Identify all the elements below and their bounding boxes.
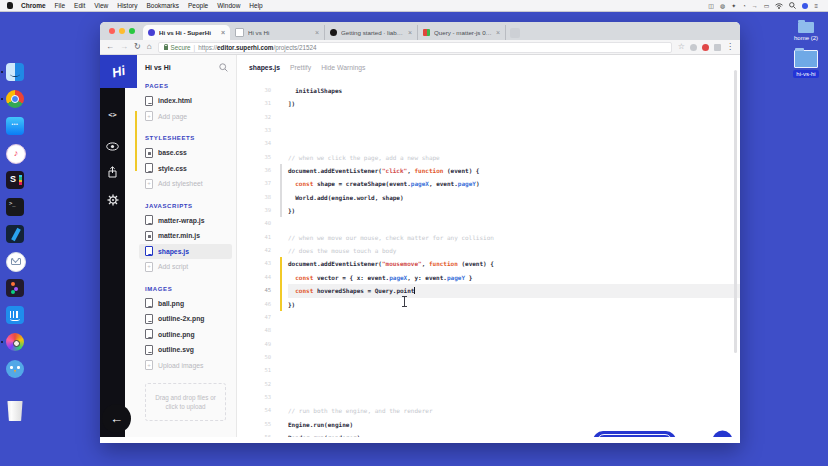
- browser-tab-hi-vs-hi[interactable]: Hi vs Hi×: [230, 25, 325, 40]
- forward-icon[interactable]: →: [120, 42, 128, 52]
- browser-tab-query-matter-js-0-14-2-phy[interactable]: Query - matter-js 0.14.2 Phy…×: [418, 25, 506, 40]
- new-tab-button[interactable]: [510, 28, 520, 38]
- list-icon[interactable]: ≡: [814, 3, 818, 9]
- code-text[interactable]: // does the mouse touch a body: [288, 244, 740, 257]
- code-text[interactable]: [288, 124, 740, 137]
- vscode-icon[interactable]: [6, 225, 24, 243]
- menu-view[interactable]: View: [94, 2, 108, 9]
- trash-icon[interactable]: [6, 401, 24, 419]
- menu-help[interactable]: Help: [249, 2, 262, 9]
- monitor-icon[interactable]: ▭: [764, 3, 770, 9]
- figma-icon[interactable]: [6, 279, 24, 297]
- movie-icon[interactable]: [6, 333, 24, 351]
- code-text[interactable]: document.addEventListener("mousemove", f…: [288, 257, 740, 270]
- menu-people[interactable]: People: [188, 2, 208, 9]
- apple-menu-icon[interactable]: [7, 2, 13, 9]
- code-text[interactable]: [288, 311, 740, 324]
- home-icon[interactable]: ⌂: [147, 42, 152, 52]
- sidebar-item-outline-2x-png[interactable]: outline-2x.png: [145, 311, 236, 327]
- itunes-icon[interactable]: [6, 144, 24, 162]
- display-icon[interactable]: ◫: [708, 3, 714, 9]
- sidebar-item-outline-png[interactable]: outline.png: [145, 327, 236, 343]
- mail-icon[interactable]: [6, 252, 24, 270]
- intercom-icon[interactable]: [6, 306, 24, 324]
- clock-icon[interactable]: ◔: [742, 3, 746, 9]
- messages-icon[interactable]: [6, 117, 24, 135]
- menu-window[interactable]: Window: [217, 2, 240, 9]
- menu-edit[interactable]: Edit: [74, 2, 85, 9]
- menu-chrome[interactable]: Chrome: [21, 2, 46, 9]
- code-text[interactable]: document.addEventListener("click", funct…: [288, 164, 740, 177]
- slack-icon[interactable]: [6, 171, 24, 189]
- superhi-logo[interactable]: Hi: [100, 55, 137, 88]
- back-icon[interactable]: ←: [106, 42, 114, 52]
- code-text[interactable]: [288, 391, 740, 404]
- sidebar-item-add-page[interactable]: Add page: [145, 109, 236, 125]
- terminal-icon[interactable]: [6, 198, 24, 216]
- sidebar-item-upload-images[interactable]: Upload images: [145, 358, 236, 374]
- tab-close-icon[interactable]: ×: [408, 29, 412, 36]
- chrome-icon[interactable]: [6, 90, 24, 108]
- wifi-icon[interactable]: [775, 3, 783, 9]
- preview-eye-icon[interactable]: [100, 137, 125, 155]
- back-arrow-overlay-button[interactable]: ←: [102, 404, 131, 433]
- search-icon[interactable]: [789, 2, 796, 9]
- code-text[interactable]: [288, 338, 740, 351]
- share-upload-icon[interactable]: [100, 164, 125, 182]
- close-window-button[interactable]: [109, 28, 115, 34]
- sidebar-item-index-html[interactable]: index.html: [145, 93, 236, 109]
- code-text[interactable]: [288, 364, 740, 377]
- hide-warnings-button[interactable]: Hide Warnings: [321, 64, 365, 71]
- minimize-window-button[interactable]: [119, 28, 125, 34]
- code-text[interactable]: [288, 217, 740, 230]
- code-text[interactable]: [288, 351, 740, 364]
- sidebar-item-add-script[interactable]: Add script: [145, 259, 236, 275]
- search-icon[interactable]: [219, 63, 228, 72]
- twitter-icon[interactable]: [6, 360, 24, 378]
- upload-dropzone[interactable]: Drag and drop files or click to upload: [145, 383, 226, 421]
- address-bar[interactable]: Secure | https://editor.superhi.com/proj…: [158, 42, 672, 53]
- record-icon[interactable]: ◍: [720, 3, 725, 9]
- code-view-icon[interactable]: <>: [100, 111, 125, 119]
- siri-icon[interactable]: [802, 3, 808, 9]
- sidebar-item-outline-svg[interactable]: outline.svg: [145, 342, 236, 358]
- tab-close-icon[interactable]: ×: [221, 29, 225, 36]
- desktop-folder-hi-vs-hi[interactable]: hi-vs-hi: [788, 50, 824, 78]
- sidebar-item-ball-png[interactable]: ball.png: [145, 296, 236, 312]
- code-text[interactable]: }): [288, 204, 740, 217]
- code-text[interactable]: const vector = { x: event.pageX, y: even…: [288, 271, 740, 284]
- code-text[interactable]: World.add(engine.world, shape): [288, 191, 740, 204]
- menu-history[interactable]: History: [117, 2, 137, 9]
- tab-close-icon[interactable]: ×: [496, 29, 500, 36]
- editor-scrollbar[interactable]: [734, 70, 737, 353]
- code-text[interactable]: const hoveredShapes = Query.point: [288, 284, 740, 297]
- code-text[interactable]: [288, 378, 740, 391]
- code-text[interactable]: initialShapes: [288, 84, 740, 97]
- prettify-button[interactable]: Prettify: [290, 64, 311, 71]
- sidebar-item-matter-min-js[interactable]: matter.min.js: [145, 228, 236, 244]
- code-text[interactable]: [288, 137, 740, 150]
- reload-icon[interactable]: ↻: [134, 42, 141, 52]
- bookmark-star-icon[interactable]: ☆: [678, 43, 685, 51]
- code-text[interactable]: Engine.run(engine): [288, 418, 740, 431]
- code-text[interactable]: const shape = createShape(event.pageX, e…: [288, 177, 740, 190]
- adblock-extension-icon[interactable]: [702, 44, 709, 51]
- zoom-window-button[interactable]: [129, 28, 135, 34]
- browser-tab-getting-started-liabru-matter[interactable]: Getting started · liabru/matter…×: [325, 25, 418, 40]
- extension-icon[interactable]: [690, 44, 697, 51]
- menu-bookmarks[interactable]: Bookmarks: [146, 2, 179, 9]
- arrow-icon[interactable]: →: [752, 3, 758, 9]
- code-text[interactable]: [288, 111, 740, 124]
- code-text[interactable]: ]): [288, 97, 740, 110]
- sidebar-item-matter-wrap-js[interactable]: matter-wrap.js: [145, 213, 236, 229]
- code-text[interactable]: // when we click the page, add a new sha…: [288, 151, 740, 164]
- finder-icon[interactable]: [6, 63, 24, 81]
- ask-question-button[interactable]: Ask a question: [593, 431, 676, 437]
- desktop-folder-home[interactable]: home (2): [790, 22, 822, 41]
- menu-file[interactable]: File: [55, 2, 65, 9]
- tab-close-icon[interactable]: ×: [315, 29, 319, 36]
- extension-icon-disabled[interactable]: [714, 44, 721, 51]
- sidebar-item-add-stylesheet[interactable]: Add stylesheet: [145, 176, 236, 192]
- sidebar-item-style-css[interactable]: style.css: [145, 161, 236, 177]
- sidebar-item-base-css[interactable]: base.css: [145, 145, 236, 161]
